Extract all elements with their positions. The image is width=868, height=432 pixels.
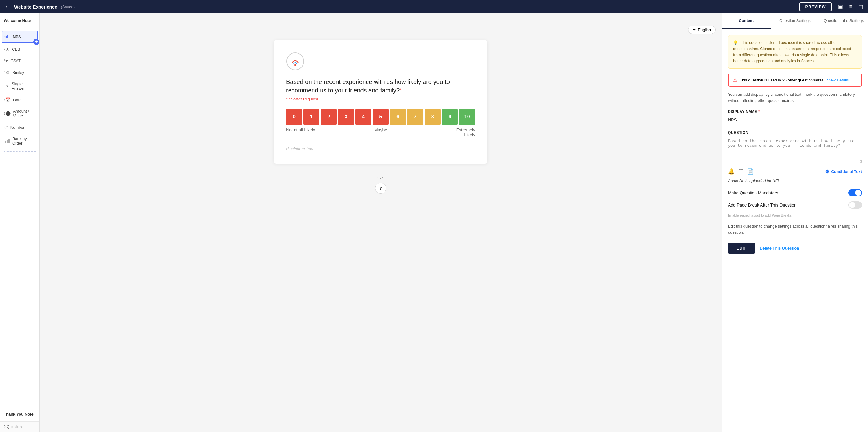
bar-chart-icon — [6, 34, 10, 39]
sidebar-item-label-number: Number — [10, 125, 24, 130]
svg-point-9 — [294, 64, 296, 66]
lang-label: English — [698, 27, 711, 32]
svg-rect-6 — [8, 139, 9, 143]
page-break-label: Add Page Break After This Question — [728, 203, 848, 208]
back-button[interactable]: ← — [5, 4, 10, 10]
mandatory-toggle-row: Make Question Mandatory — [728, 189, 862, 196]
item-num-6: 6 — [4, 98, 5, 101]
sidebar-welcome[interactable]: Welcome Note — [0, 13, 39, 28]
required-star: * — [758, 110, 760, 114]
svg-rect-0 — [6, 36, 7, 38]
svg-rect-4 — [5, 141, 6, 143]
nps-label-right: ExtremelyLikely — [413, 127, 475, 137]
right-panel: Content Question Settings Questionnaire … — [722, 13, 868, 432]
monitor-icon[interactable]: ▣ — [838, 3, 843, 10]
sidebar-thankyou[interactable]: Thank You Note — [0, 407, 39, 421]
display-name-label: DISPLAY NAME * — [728, 110, 862, 114]
smiley-icon: ☺ — [5, 70, 10, 75]
preview-button[interactable]: PREVIEW — [799, 2, 832, 11]
question-textarea[interactable]: Based on the recent experience with us h… — [728, 137, 862, 155]
bulb-icon: 💡 — [733, 40, 738, 45]
nps-btn-7[interactable]: 7 — [407, 109, 423, 125]
sidebar-item-ces[interactable]: 2 ★ CES — [2, 43, 37, 55]
sidebar-item-smiley[interactable]: 4 ☺ Smiley — [2, 67, 37, 78]
sidebar-item-number[interactable]: 8 # Number — [2, 122, 37, 133]
lang-bar: ✒ English — [46, 26, 715, 34]
view-details-link[interactable]: View Details — [827, 78, 849, 82]
nps-btn-4[interactable]: 4 — [355, 109, 371, 125]
nps-btn-6[interactable]: 6 — [390, 109, 406, 125]
sidebar-item-rank[interactable]: 9 Rank by Order — [2, 133, 37, 149]
star-icon: ★ — [5, 47, 9, 52]
warning-text: This question is used in 25 other questi… — [740, 78, 825, 82]
sidebar-item-nps[interactable]: 1 NPS + — [2, 31, 37, 43]
warning-icon: ⚠ — [733, 77, 737, 83]
item-num-3: 3 — [4, 59, 5, 63]
circle-icon: ⚬ — [5, 84, 9, 89]
panel-body: 💡 This question is cloned because it is … — [722, 29, 868, 432]
conditional-text-button[interactable]: ⚙ Conditional Text — [825, 169, 862, 175]
hash-icon: # — [5, 125, 8, 130]
svg-rect-5 — [7, 140, 8, 143]
delete-button[interactable]: Delete This Question — [760, 246, 799, 250]
sidebar-items: 1 NPS + 2 ★ CES 3 ♥ CSAT 4 ☺ Smiley — [0, 28, 39, 407]
nps-btn-2[interactable]: 2 — [320, 109, 337, 125]
svg-rect-3 — [10, 35, 10, 38]
toolbar: 🔔 ☷ 📄 ⚙ Conditional Text — [728, 168, 862, 175]
tab-content[interactable]: Content — [722, 13, 771, 29]
nps-label-left: Not at all Likely — [286, 127, 349, 137]
bell-icon[interactable]: 🔔 — [728, 168, 735, 175]
item-num-7: 7 — [4, 112, 5, 115]
page-break-sub: Enable paged layout to add Page Breaks — [728, 214, 862, 217]
app-layout: Welcome Note 1 NPS + 2 ★ CES 3 ♥ CSAT — [0, 13, 868, 432]
edit-note: Edit this question to change settings ac… — [728, 223, 862, 235]
nps-btn-9[interactable]: 9 — [442, 109, 458, 125]
svg-rect-2 — [8, 34, 9, 38]
menu-icon[interactable]: ≡ — [849, 4, 852, 10]
prev-button[interactable]: ⇧ — [375, 183, 386, 194]
nps-btn-10[interactable]: 10 — [459, 109, 475, 125]
questions-count: 9 Questions — [4, 425, 23, 429]
nps-btn-3[interactable]: 3 — [338, 109, 354, 125]
panel-description: You can add display logic, conditional t… — [728, 92, 862, 103]
toggle-knob — [855, 190, 861, 196]
doc-icon[interactable]: 📄 — [747, 168, 754, 175]
sidebar-item-date[interactable]: 6 📅 Date — [2, 94, 37, 105]
footer-menu-icon[interactable]: ⋮ — [32, 425, 36, 429]
edit-button[interactable]: EDIT — [728, 243, 755, 253]
app-title: Website Experience — [14, 4, 57, 9]
sidebar: Welcome Note 1 NPS + 2 ★ CES 3 ♥ CSAT — [0, 13, 40, 432]
pagination: 1 / 9 — [375, 176, 386, 180]
item-num-2: 2 — [4, 47, 5, 51]
mandatory-toggle[interactable] — [848, 189, 862, 196]
add-question-btn[interactable]: + — [33, 39, 39, 45]
grid-icon[interactable]: ◻ — [859, 3, 863, 10]
language-button[interactable]: ✒ English — [688, 26, 715, 34]
info-banner-text: This question is cloned because it is sh… — [733, 40, 851, 63]
nps-btn-0[interactable]: 0 — [286, 109, 302, 125]
question-text: Based on the recent experience with us h… — [286, 78, 475, 95]
warning-box: ⚠ This question is used in 25 other ques… — [728, 73, 862, 87]
sidebar-item-csat[interactable]: 3 ♥ CSAT — [2, 55, 37, 66]
tab-questionnaire-settings[interactable]: Questionnaire Settings — [819, 13, 868, 29]
required-text: *Indicates Required — [286, 97, 475, 101]
dollar-icon: ⚫ — [5, 111, 11, 116]
info-banner: 💡 This question is cloned because it is … — [728, 35, 862, 69]
page-break-toggle-row: Add Page Break After This Question — [728, 202, 862, 209]
sidebar-item-label-nps: NPS — [13, 34, 21, 39]
survey-card: Based on the recent experience with us h… — [274, 40, 487, 163]
sidebar-item-label-ces: CES — [12, 47, 20, 52]
sidebar-item-single[interactable]: 5 ⚬ Single Answer — [2, 79, 37, 94]
nps-btn-8[interactable]: 8 — [425, 109, 441, 125]
conditional-text-label: Conditional Text — [831, 169, 862, 174]
mandatory-label: Make Question Mandatory — [728, 190, 848, 195]
sidebar-item-amount[interactable]: 7 ⚫ Amount / Value — [2, 106, 37, 121]
item-num-1: 1 — [4, 35, 6, 39]
grid-tool-icon[interactable]: ☷ — [738, 168, 743, 175]
tab-question-settings[interactable]: Question Settings — [771, 13, 819, 29]
survey-logo — [286, 52, 475, 71]
nps-btn-1[interactable]: 1 — [304, 109, 320, 125]
nps-btn-5[interactable]: 5 — [373, 109, 389, 125]
calendar-icon: 📅 — [5, 97, 11, 102]
display-name-input[interactable] — [728, 116, 862, 124]
